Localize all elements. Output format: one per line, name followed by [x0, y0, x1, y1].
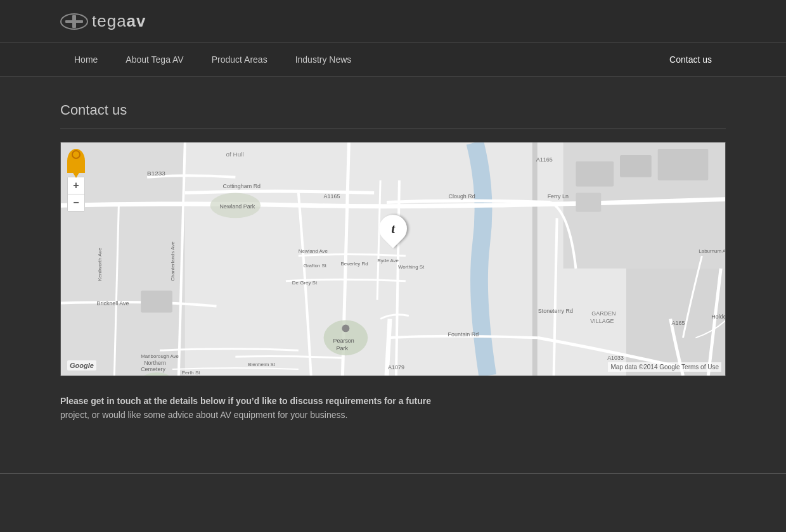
pin-bubble: t — [373, 209, 413, 248]
svg-point-52 — [342, 324, 349, 332]
svg-text:A1165: A1165 — [536, 156, 553, 163]
svg-text:De Grey St: De Grey St — [292, 280, 318, 286]
svg-text:Pearson: Pearson — [333, 338, 354, 344]
logo[interactable]: tegaav — [60, 11, 146, 31]
svg-text:Cottingham Rd: Cottingham Rd — [222, 183, 261, 189]
svg-text:A1033: A1033 — [607, 355, 624, 361]
svg-text:Holderness Rd: Holderness Rd — [711, 314, 725, 320]
page-title: Contact us — [60, 102, 726, 118]
svg-rect-61 — [620, 155, 652, 177]
svg-rect-62 — [658, 149, 709, 180]
svg-text:Worthing St: Worthing St — [398, 264, 425, 270]
title-divider — [60, 129, 726, 129]
map-controls: + − — [67, 149, 85, 212]
nav-item-about[interactable]: About Tega AV — [112, 43, 197, 76]
svg-rect-64 — [141, 291, 172, 313]
svg-text:A165: A165 — [672, 320, 685, 326]
navigation: Home About Tega AV Product Areas Industr… — [0, 42, 786, 77]
map-attribution[interactable]: Map data ©2014 Google Terms of Use — [608, 362, 721, 372]
nav-item-contact-us[interactable]: Contact us — [655, 43, 726, 76]
pegman-icon[interactable] — [67, 149, 85, 173]
svg-text:Grafton St: Grafton St — [304, 263, 327, 269]
svg-text:B1233: B1233 — [147, 170, 165, 177]
description-text-2: project, or would like some advice about… — [60, 410, 347, 420]
svg-rect-60 — [576, 162, 614, 187]
svg-text:Kenilworth Ave: Kenilworth Ave — [97, 248, 103, 281]
pegman-body — [69, 160, 83, 173]
description-text: Please get in touch at the details below… — [60, 396, 431, 406]
svg-text:A1165: A1165 — [324, 193, 340, 200]
svg-text:GARDEN: GARDEN — [591, 311, 615, 317]
svg-text:Beverley Rd: Beverley Rd — [340, 261, 368, 267]
zoom-out-button[interactable]: − — [68, 194, 84, 211]
svg-text:Clough Rd: Clough Rd — [449, 193, 475, 200]
zoom-controls: + − — [67, 177, 85, 212]
svg-text:Laburnum Ave: Laburnum Ave — [699, 248, 725, 254]
svg-text:Stoneterry Rd: Stoneterry Rd — [538, 308, 573, 314]
main-content: Contact us — [0, 77, 786, 448]
svg-text:Bricknell Ave: Bricknell Ave — [97, 300, 129, 307]
logo-icon — [60, 12, 88, 31]
svg-text:Chanterlands Ave: Chanterlands Ave — [170, 241, 176, 281]
svg-text:Perth St: Perth St — [182, 370, 200, 376]
svg-text:of Hull: of Hull — [226, 151, 243, 158]
svg-text:Newland Park: Newland Park — [219, 203, 255, 210]
nav-item-home[interactable]: Home — [60, 43, 112, 76]
svg-rect-2 — [65, 20, 83, 23]
svg-text:Blenheim St: Blenheim St — [248, 362, 276, 367]
map-container[interactable]: B1233 Cottingham Rd A1165 Clough Rd Ferr… — [60, 142, 726, 376]
map-svg: B1233 Cottingham Rd A1165 Clough Rd Ferr… — [61, 142, 725, 376]
svg-text:Ryde Ave: Ryde Ave — [377, 258, 399, 263]
zoom-in-button[interactable]: + — [68, 177, 84, 194]
nav-spacer — [365, 43, 655, 76]
svg-text:Fountain Rd: Fountain Rd — [448, 331, 479, 338]
logo-text: tegaav — [92, 11, 146, 31]
svg-rect-63 — [576, 193, 601, 212]
svg-text:Cemetery: Cemetery — [141, 366, 165, 372]
svg-text:Marlborough Ave: Marlborough Ave — [141, 353, 179, 359]
pegman-head — [72, 150, 81, 159]
svg-text:VILLAGE: VILLAGE — [590, 318, 614, 324]
header: tegaav — [0, 0, 786, 42]
logo-plain: tega — [92, 11, 127, 30]
google-logo: Google — [67, 360, 96, 370]
pin-letter: t — [391, 222, 395, 236]
page-description: Please get in touch at the details below… — [60, 394, 472, 422]
svg-text:Northern: Northern — [144, 360, 166, 366]
nav-item-product-areas[interactable]: Product Areas — [198, 43, 281, 76]
svg-text:Park: Park — [336, 345, 348, 352]
svg-text:A1079: A1079 — [388, 364, 404, 370]
footer-divider — [0, 473, 786, 474]
map-pin[interactable]: t — [379, 215, 407, 243]
logo-bold: av — [127, 11, 146, 30]
svg-text:Newland Ave: Newland Ave — [299, 248, 328, 254]
nav-item-industry-news[interactable]: Industry News — [281, 43, 366, 76]
svg-text:Ferry Ln: Ferry Ln — [548, 193, 569, 200]
